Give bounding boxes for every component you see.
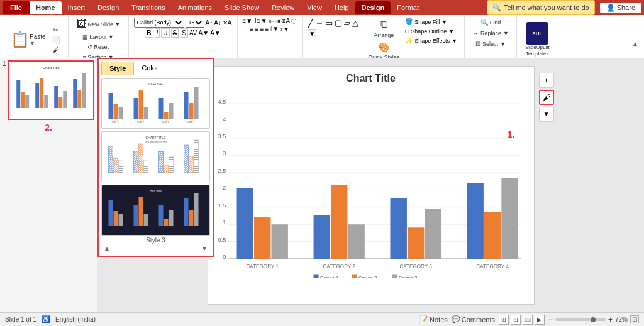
underline-button[interactable]: U xyxy=(161,28,169,38)
search-bar[interactable]: 🔍 Tell me what you want to do xyxy=(487,0,595,15)
slideuplift-button[interactable]: SUL SlideUpLiftTemplates xyxy=(522,20,553,58)
zoom-in-button[interactable]: + xyxy=(608,315,613,324)
decrease-font-button[interactable]: A↓ xyxy=(214,19,221,26)
parallelogram-shape-button[interactable]: ▱ xyxy=(343,18,351,28)
chart-filters-button[interactable]: ▼ xyxy=(539,107,554,122)
collapse-ribbon-button[interactable]: ▲ xyxy=(631,40,639,48)
more-shapes-button[interactable]: ▼ xyxy=(308,29,316,38)
search-text: Tell me what you want to do xyxy=(504,4,589,11)
highlight-button[interactable]: A▼ xyxy=(210,30,221,36)
replace-button[interactable]: ↔ Replace ▼ xyxy=(470,28,511,38)
convert-smartart-button[interactable]: ⬡ xyxy=(291,18,297,24)
shadow-button[interactable]: S xyxy=(180,28,188,38)
arrow-shape-button[interactable]: → xyxy=(314,18,324,28)
tab-slideshow[interactable]: Slide Show xyxy=(218,1,265,14)
line-spacing-button[interactable]: ↕▼ xyxy=(280,26,289,33)
tab-file[interactable]: File xyxy=(3,1,30,14)
svg-rect-22 xyxy=(169,103,174,119)
share-button[interactable]: 👤 Share xyxy=(600,3,641,13)
strikethrough-button[interactable]: S xyxy=(171,28,179,38)
style-tab[interactable]: Style xyxy=(101,62,134,75)
svg-rect-9 xyxy=(63,91,67,108)
svg-rect-38 xyxy=(134,151,138,173)
tab-design2[interactable]: Design xyxy=(355,1,391,14)
svg-rect-53 xyxy=(139,197,143,226)
scroll-up-button[interactable]: ▲ xyxy=(104,245,110,252)
line-shape-button[interactable]: ╱ xyxy=(308,18,314,28)
svg-rect-58 xyxy=(184,198,189,226)
align-left-button[interactable]: ≡ xyxy=(250,26,254,33)
increase-font-button[interactable]: A↑ xyxy=(206,19,213,26)
font-family-select[interactable]: Calibri (Body) xyxy=(134,18,184,28)
svg-text:Bar Title: Bar Title xyxy=(150,189,162,193)
notes-button[interactable]: 📝 Notes xyxy=(419,315,448,323)
cut-button[interactable]: ✂ xyxy=(50,25,63,35)
font-color-button[interactable]: A▼ xyxy=(199,30,209,36)
normal-view-button[interactable]: ⊞ xyxy=(499,315,509,325)
align-right-button[interactable]: ≡ xyxy=(260,26,264,33)
slide-number: 1 xyxy=(3,60,6,67)
style-item-3[interactable]: Bar Title xyxy=(101,185,210,236)
format-painter-button[interactable]: 🖌 xyxy=(50,45,63,55)
shape-outline-button[interactable]: □ Shape Outline ▼ xyxy=(403,27,459,35)
italic-button[interactable]: I xyxy=(155,28,160,38)
color-tab[interactable]: Color xyxy=(134,62,165,75)
bullets-button[interactable]: ≡▼ xyxy=(243,18,253,24)
numbering-button[interactable]: 1≡▼ xyxy=(253,18,267,24)
chart-styles-button[interactable]: 🖌 xyxy=(539,90,554,105)
text-direction-button[interactable]: ⇕A xyxy=(281,18,291,24)
columns-button[interactable]: ⫴▼ xyxy=(270,25,279,33)
tab-home[interactable]: Home xyxy=(30,1,62,14)
svg-rect-93 xyxy=(484,212,500,258)
fit-slide-button[interactable]: ⊡ xyxy=(630,315,639,323)
svg-text:1: 1 xyxy=(223,219,226,225)
svg-rect-15 xyxy=(114,104,118,119)
shape-effects-button[interactable]: ✨ Shape Effects ▼ xyxy=(403,36,459,45)
slide-thumbnail[interactable]: Chart Title xyxy=(9,62,93,119)
align-center-button[interactable]: ≡ xyxy=(255,26,259,33)
scroll-down-button[interactable]: ▼ xyxy=(201,245,208,252)
tab-transitions[interactable]: Transitions xyxy=(125,1,171,14)
tab-animations[interactable]: Animations xyxy=(172,1,218,14)
tab-design[interactable]: Design xyxy=(91,1,125,14)
comments-button[interactable]: 💬 Comments xyxy=(452,315,495,323)
slide-sorter-button[interactable]: ⊟ xyxy=(511,315,521,325)
tab-format[interactable]: Format xyxy=(391,1,425,14)
style-item-2[interactable]: CHART TITLE some description text here xyxy=(101,131,210,182)
clear-format-button[interactable]: ✕A xyxy=(223,19,232,26)
zoom-slider[interactable] xyxy=(555,318,606,321)
style-item-1[interactable]: Chart Title CAT 1 CA xyxy=(101,78,210,129)
rect-shape-button[interactable]: ▭ xyxy=(325,18,333,28)
bold-button[interactable]: B xyxy=(145,28,153,38)
status-bar: Slide 1 of 1 ♿ English (India) 📝 Notes 💬… xyxy=(0,312,644,326)
brush-icon: 🖌 xyxy=(543,93,550,102)
layout-button[interactable]: ▦ Layout ▼ xyxy=(80,33,116,41)
tab-view[interactable]: View xyxy=(301,1,328,14)
rrect-shape-button[interactable]: ▢ xyxy=(334,18,343,28)
zoom-out-button[interactable]: − xyxy=(548,315,553,324)
select-button[interactable]: ⊡ Select ▼ xyxy=(473,39,508,48)
find-button[interactable]: 🔍 Find xyxy=(478,18,504,27)
char-spacing-button[interactable]: AV xyxy=(189,30,197,36)
add-chart-element-button[interactable]: + xyxy=(539,73,554,88)
paste-button[interactable]: 📋 Paste ▼ xyxy=(8,30,49,49)
new-slide-button[interactable]: 🖼 New Slide ▼ xyxy=(74,18,123,31)
svg-rect-44 xyxy=(184,145,189,173)
svg-text:Chart Title: Chart Title xyxy=(148,82,163,86)
tab-help[interactable]: Help xyxy=(328,1,355,14)
shape-outline-icon: □ xyxy=(405,28,409,35)
font-size-select[interactable]: 18.5 xyxy=(186,18,204,28)
svg-rect-55 xyxy=(159,205,164,226)
slideshow-button[interactable]: ▶ xyxy=(535,315,545,325)
arrange-button[interactable]: ⧉ Arrange xyxy=(365,18,402,40)
tab-insert[interactable]: Insert xyxy=(62,1,92,14)
reset-button[interactable]: ↺ Reset xyxy=(85,43,111,52)
justify-button[interactable]: ≡ xyxy=(265,26,269,33)
reading-view-button[interactable]: 📖 xyxy=(523,315,533,325)
copy-button[interactable]: 📄 xyxy=(50,35,63,45)
increase-indent-button[interactable]: ⇥ xyxy=(275,18,280,24)
triangle-shape-button[interactable]: △ xyxy=(352,18,359,28)
tab-review[interactable]: Review xyxy=(265,1,301,14)
decrease-indent-button[interactable]: ⇤ xyxy=(269,18,274,24)
shape-fill-button[interactable]: 🪣 Shape Fill ▼ xyxy=(403,18,459,26)
